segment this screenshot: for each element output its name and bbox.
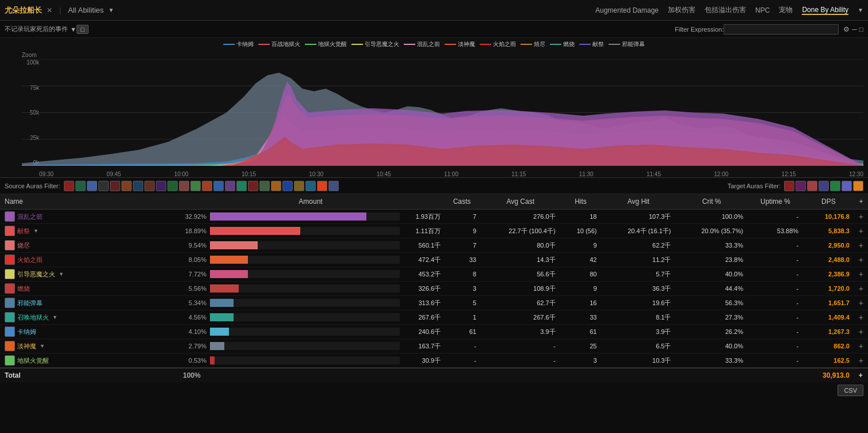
nav-npc[interactable]: NPC <box>755 6 770 14</box>
source-aura-3[interactable] <box>87 181 97 191</box>
col-avg-cast[interactable]: Avg Cast <box>481 194 560 210</box>
done-by-arrow[interactable]: ▼ <box>858 7 863 13</box>
close-filter-icon[interactable]: □ <box>859 25 863 33</box>
col-dps[interactable]: DPS <box>803 194 854 210</box>
source-aura-4[interactable] <box>98 181 109 191</box>
source-aura-16[interactable] <box>236 181 247 191</box>
source-aura-14[interactable] <box>213 181 224 191</box>
source-aura-18[interactable] <box>259 181 270 191</box>
event-filter-arrow[interactable]: ▼ <box>70 26 77 33</box>
target-aura-2[interactable] <box>796 181 806 191</box>
chart-svg-wrap[interactable] <box>22 59 863 166</box>
table-row: 烧尽 9.54% 560.1千 7 80.0千 9 62.2千 33.3% - … <box>0 238 868 253</box>
ability-name[interactable]: 混乱之箭 <box>17 212 43 221</box>
ability-name[interactable]: 邪能弹幕 <box>17 299 43 307</box>
source-aura-6[interactable] <box>121 181 132 191</box>
col-uptime[interactable]: Uptime % <box>748 194 803 210</box>
target-aura-6[interactable] <box>842 181 852 191</box>
source-aura-22[interactable] <box>305 181 316 191</box>
row-plus-btn[interactable]: + <box>854 282 868 296</box>
source-aura-7[interactable] <box>133 181 143 191</box>
all-abilities-arrow[interactable]: ▼ <box>108 7 114 13</box>
close-icon[interactable]: ✕ <box>47 6 52 14</box>
expand-arrow[interactable]: ▼ <box>33 228 39 234</box>
uptime-cell: - <box>748 253 803 267</box>
target-aura-4[interactable] <box>819 181 829 191</box>
hits-cell: 61 <box>560 325 602 339</box>
source-aura-20[interactable] <box>282 181 293 191</box>
ability-name-cell: 燃烧 <box>0 282 178 296</box>
source-aura-24[interactable] <box>328 181 339 191</box>
source-aura-23[interactable] <box>317 181 327 191</box>
event-filter-dropdown[interactable]: 不记录玩家死后的事件 ▼ <box>5 25 77 33</box>
x-axis-label: 11:00 <box>444 171 458 177</box>
source-aura-15[interactable] <box>225 181 235 191</box>
source-aura-12[interactable] <box>190 181 201 191</box>
uptime-cell: - <box>748 210 803 224</box>
ability-name[interactable]: 献祭 <box>17 227 30 236</box>
source-aura-1[interactable] <box>64 181 74 191</box>
table-row: 燃烧 5.56% 326.6千 3 108.9千 9 36.3千 44.4% -… <box>0 282 868 296</box>
row-plus-btn[interactable]: + <box>854 310 868 325</box>
nav-weighted[interactable]: 加权伤害 <box>668 5 695 15</box>
ability-name[interactable]: 卡纳姆 <box>17 328 36 336</box>
minimize-icon[interactable]: ─ <box>852 25 857 33</box>
source-aura-2[interactable] <box>75 181 86 191</box>
nav-done-by-ability[interactable]: Done By Ability <box>802 6 848 15</box>
csv-button[interactable]: CSV <box>838 385 863 396</box>
source-aura-11[interactable] <box>179 181 189 191</box>
settings-icon[interactable]: ⚙ <box>843 25 850 33</box>
source-aura-5[interactable] <box>110 181 120 191</box>
row-plus-btn[interactable]: + <box>854 325 868 339</box>
x-axis-label: 10:30 <box>309 171 323 177</box>
source-aura-8[interactable] <box>144 181 155 191</box>
col-avg-hit[interactable]: Avg Hit <box>602 194 676 210</box>
nav-augmented-damage[interactable]: Augmented Damage <box>595 6 659 14</box>
nav-pet[interactable]: 宠物 <box>779 5 793 15</box>
target-aura-5[interactable] <box>830 181 840 191</box>
ability-name[interactable]: 地狱火觉醒 <box>17 356 49 365</box>
hits-cell: 42 <box>560 253 602 267</box>
col-casts[interactable]: Casts <box>443 194 481 210</box>
row-plus-btn[interactable]: + <box>854 253 868 267</box>
ability-name-cell: 召唤地狱火 ▼ <box>0 310 178 325</box>
footer-name: Total <box>0 368 178 382</box>
row-plus-btn[interactable]: + <box>854 210 868 224</box>
source-aura-21[interactable] <box>294 181 304 191</box>
col-crit[interactable]: Crit % <box>675 194 748 210</box>
filter-toggle-button[interactable]: □ <box>77 25 89 34</box>
separator: | <box>59 6 61 14</box>
nav-overflow[interactable]: 包括溢出伤害 <box>705 5 746 15</box>
row-plus-btn[interactable]: + <box>854 296 868 310</box>
expand-arrow[interactable]: ▼ <box>52 314 58 320</box>
ability-name[interactable]: 引导恶魔之火 <box>17 270 55 279</box>
expand-arrow[interactable]: ▼ <box>40 343 45 349</box>
row-plus-btn[interactable]: + <box>854 224 868 238</box>
source-aura-10[interactable] <box>167 181 178 191</box>
ability-name[interactable]: 淡神魔 <box>17 342 36 351</box>
footer-dps: 30,913.0 <box>803 368 854 382</box>
col-hits[interactable]: Hits <box>560 194 602 210</box>
source-aura-13[interactable] <box>202 181 212 191</box>
chart-svg <box>22 59 863 166</box>
col-name[interactable]: Name <box>0 194 178 210</box>
row-plus-btn[interactable]: + <box>854 354 868 369</box>
chart-zoom-label: Zoom <box>22 52 37 58</box>
filter-expression-input[interactable] <box>724 24 839 35</box>
expand-arrow[interactable]: ▼ <box>59 271 64 277</box>
col-amount[interactable]: Amount <box>178 194 443 210</box>
row-plus-btn[interactable]: + <box>854 339 868 354</box>
ability-name[interactable]: 火焰之雨 <box>17 256 43 264</box>
target-aura-3[interactable] <box>807 181 817 191</box>
row-plus-btn[interactable]: + <box>854 238 868 253</box>
ability-name[interactable]: 召唤地狱火 <box>17 313 49 322</box>
ability-name[interactable]: 燃烧 <box>17 284 30 293</box>
source-aura-19[interactable] <box>271 181 281 191</box>
all-abilities-dropdown[interactable]: All Abilities <box>68 6 104 14</box>
target-aura-1[interactable] <box>784 181 794 191</box>
row-plus-btn[interactable]: + <box>854 267 868 282</box>
source-aura-9[interactable] <box>156 181 166 191</box>
target-aura-7[interactable] <box>853 181 863 191</box>
source-aura-17[interactable] <box>248 181 258 191</box>
ability-name[interactable]: 烧尽 <box>17 241 30 250</box>
